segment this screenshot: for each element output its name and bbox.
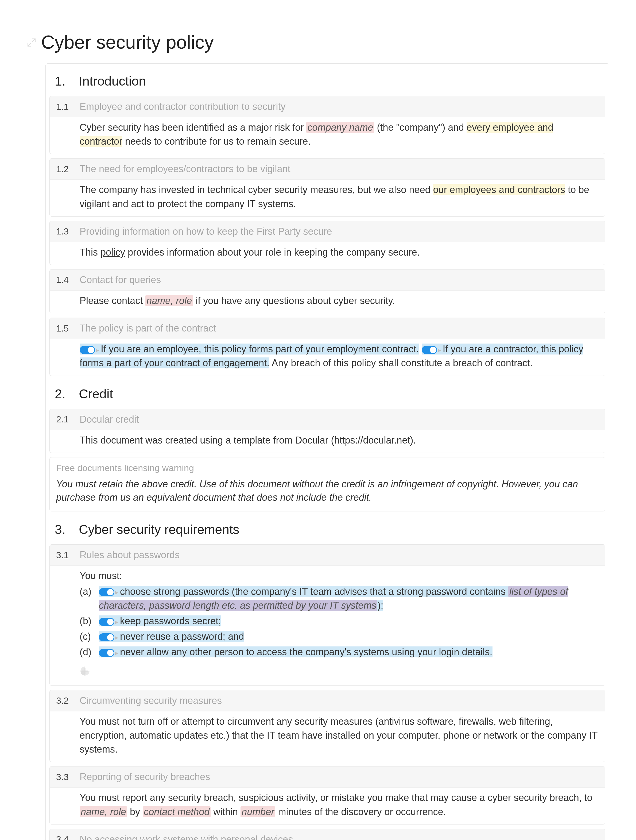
document-title-row: Cyber security policy [27, 32, 609, 53]
list-label: (b) [80, 614, 99, 628]
list-item: (b) ▸keep passwords secret; [80, 614, 598, 628]
toggle-switch[interactable]: ▸ [99, 649, 118, 657]
document-body-panel: 1. Introduction 1.1 Employee and contrac… [46, 63, 609, 840]
subsection: 2.1 Docular credit This document was cre… [49, 409, 605, 453]
section-title: Introduction [79, 74, 146, 88]
section-number: 1. [55, 74, 79, 88]
subsection-number: 1.2 [56, 164, 80, 174]
toggle-switch[interactable]: ▸ [99, 633, 118, 641]
subsection-title: The need for employees/contractors to be… [80, 163, 290, 175]
subsection-header[interactable]: 1.5 The policy is part of the contract [50, 318, 605, 339]
section-title: Cyber security requirements [79, 522, 239, 537]
licensing-warning-box: Free documents licensing warning You mus… [49, 457, 605, 512]
subsection: 1.4 Contact for queries Please contact n… [49, 269, 605, 313]
subsection: 1.1 Employee and contractor contribution… [49, 96, 605, 154]
subsection: 1.3 Providing information on how to keep… [49, 221, 605, 265]
highlight-text: our employees and contractors [433, 184, 565, 195]
list-label: (d) [80, 645, 99, 659]
subsection-title: Providing information on how to keep the… [80, 226, 332, 237]
section-title: Credit [79, 387, 113, 401]
subsection-header[interactable]: 3.3 Reporting of security breaches [50, 766, 605, 788]
subsection-body: You must: (a) ▸choose strong passwords (… [50, 566, 605, 685]
subsection-number: 2.1 [56, 414, 80, 425]
subsection-title: No accessing work systems with personal … [80, 834, 293, 840]
list-label: (c) [80, 630, 99, 644]
subsection-title: Docular credit [80, 414, 139, 425]
subsection-number: 1.1 [56, 102, 80, 112]
list-item: (c) ▸never reuse a password; and [80, 630, 598, 644]
subsection-header[interactable]: 3.4 No accessing work systems with perso… [50, 829, 605, 840]
subsection-number: 3.3 [56, 772, 80, 782]
subsection-body: ▸If you are an employee, this policy for… [50, 339, 605, 375]
expand-icon[interactable] [27, 38, 36, 47]
subsection-title: Employee and contractor contribution to … [80, 101, 285, 112]
toggle-switch[interactable]: ▸ [99, 618, 118, 626]
subsection-title: Contact for queries [80, 274, 161, 286]
subsection-body: Cyber security has been identified as a … [50, 117, 605, 154]
subsection-body: You must not turn off or attempt to circ… [50, 711, 605, 762]
subsection-title: Rules about passwords [80, 549, 179, 561]
svg-rect-2 [82, 671, 88, 671]
toggle-switch[interactable]: ▸ [99, 588, 118, 596]
subsection: 3.3 Reporting of security breaches You m… [49, 766, 605, 824]
subsection-header[interactable]: 3.2 Circumventing security measures [50, 690, 605, 711]
warning-body: You must retain the above credit. Use of… [56, 477, 598, 504]
placeholder-number[interactable]: number [241, 806, 275, 817]
subsection-number: 3.2 [56, 695, 80, 706]
subsection-header[interactable]: 1.3 Providing information on how to keep… [50, 221, 605, 242]
subsection: 3.4 No accessing work systems with perso… [49, 829, 605, 840]
section-number: 3. [55, 522, 79, 537]
placeholder-company-name[interactable]: company name [306, 122, 374, 133]
subsection: 3.2 Circumventing security measures You … [49, 690, 605, 762]
section-number: 2. [55, 387, 79, 401]
list-item: (d) ▸never allow any other person to acc… [80, 645, 598, 659]
subsection-header[interactable]: 2.1 Docular credit [50, 409, 605, 430]
subsection-number: 1.3 [56, 226, 80, 237]
subsection-header[interactable]: 1.2 The need for employees/contractors t… [50, 158, 605, 180]
subsection-title: Reporting of security breaches [80, 771, 210, 783]
subsection-body: This policy provides information about y… [50, 242, 605, 265]
subsection-body: The company has invested in technical cy… [50, 180, 605, 216]
subsection-header[interactable]: 1.4 Contact for queries [50, 270, 605, 291]
list-item: (a) ▸choose strong passwords (the compan… [80, 585, 598, 613]
document-title: Cyber security policy [41, 32, 214, 53]
placeholder-name-role[interactable]: name, role [80, 806, 127, 817]
subsection-body: Please contact name, role if you have an… [50, 291, 605, 313]
add-item-icon[interactable] [80, 666, 90, 680]
subsection-title: The policy is part of the contract [80, 323, 216, 334]
section-header[interactable]: 3. Cyber security requirements [49, 516, 605, 544]
subsection-number: 3.4 [56, 834, 80, 840]
subsection-number: 1.4 [56, 275, 80, 285]
subsection-title: Circumventing security measures [80, 695, 222, 706]
toggle-switch[interactable]: ▸ [422, 346, 441, 354]
subsection: 3.1 Rules about passwords You must: (a) … [49, 544, 605, 685]
subsection: 1.5 The policy is part of the contract ▸… [49, 317, 605, 376]
policy-link[interactable]: policy [101, 247, 125, 258]
placeholder-contact-method[interactable]: contact method [143, 806, 211, 817]
document-page: Cyber security policy 1. Introduction 1.… [0, 0, 636, 840]
placeholder-name-role[interactable]: name, role [145, 295, 193, 306]
subsection-header[interactable]: 1.1 Employee and contractor contribution… [50, 96, 605, 117]
subsection-header[interactable]: 3.1 Rules about passwords [50, 545, 605, 566]
list-label: (a) [80, 585, 99, 598]
subsection-number: 1.5 [56, 323, 80, 334]
subsection-body: This document was created using a templa… [50, 430, 605, 453]
warning-title: Free documents licensing warning [56, 463, 598, 473]
subsection-body: You must report any security breach, sus… [50, 788, 605, 824]
section-header[interactable]: 2. Credit [49, 380, 605, 409]
subsection-number: 3.1 [56, 550, 80, 561]
toggle-switch[interactable]: ▸ [80, 346, 99, 354]
section-header[interactable]: 1. Introduction [49, 67, 605, 96]
subsection: 1.2 The need for employees/contractors t… [49, 158, 605, 216]
